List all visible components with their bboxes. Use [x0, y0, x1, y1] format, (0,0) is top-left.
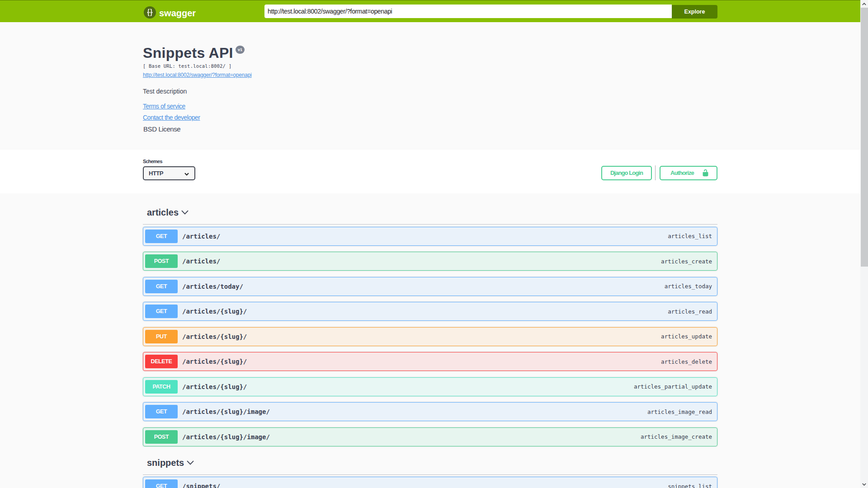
terms-of-service-link[interactable]: Terms of service: [143, 103, 185, 110]
opblock-path: /articles/{slug}/: [182, 333, 247, 340]
scrollbar-thumb[interactable]: [861, 8, 868, 267]
auth-wrapper: Django Login Authorize: [601, 165, 717, 180]
swagger-ui-page: swagger Explore Snippets API v1 [ Base U…: [0, 0, 860, 488]
schemes-label: Schemes: [143, 159, 162, 164]
method-badge-get: GET: [145, 280, 178, 293]
method-badge-get: GET: [145, 405, 178, 418]
license-text: BSD License: [143, 125, 180, 133]
opblock-operation-id: articles_update: [661, 333, 712, 340]
topbar: swagger Explore: [0, 0, 860, 22]
schemes-select[interactable]: HTTP: [143, 166, 195, 180]
method-badge-put: PUT: [145, 330, 178, 343]
method-badge-delete: DELETE: [145, 355, 178, 368]
opblock-articles_today[interactable]: GET/articles/today/articles_today: [143, 277, 717, 296]
opblock-operation-id: snippets_list: [668, 483, 712, 488]
opblock-operation-id: articles_partial_update: [634, 383, 712, 390]
opblock-operation-id: articles_today: [665, 283, 712, 290]
swagger-logo-text: swagger: [159, 8, 196, 19]
chevron-down-icon: [187, 460, 194, 465]
tag-label: snippets: [147, 457, 184, 468]
opblock-operation-id: articles_read: [668, 308, 712, 315]
opblock-articles_read[interactable]: GET/articles/{slug}/articles_read: [143, 302, 717, 321]
authorize-button[interactable]: Authorize: [660, 166, 717, 180]
chevron-down-icon: [181, 210, 189, 215]
opblock-path: /snippets/: [182, 483, 220, 488]
opblock-articles_image_read[interactable]: GET/articles/{slug}/image/articles_image…: [143, 402, 717, 421]
contact-developer-link[interactable]: Contact the developer: [143, 114, 200, 121]
method-badge-get: GET: [145, 305, 178, 318]
django-login-button[interactable]: Django Login: [601, 166, 652, 180]
opblock-articles_update[interactable]: PUT/articles/{slug}/articles_update: [143, 327, 717, 346]
opblock-path: /articles/{slug}/image/: [182, 408, 270, 415]
spec-url-input[interactable]: [264, 5, 672, 18]
operations-container: articlesGET/articles/articles_listPOST/a…: [0, 193, 860, 488]
method-badge-get: GET: [145, 479, 178, 488]
swagger-logo[interactable]: swagger: [144, 6, 196, 19]
opblock-operation-id: articles_image_create: [641, 433, 712, 440]
opblock-path: /articles/: [182, 258, 220, 265]
method-badge-patch: PATCH: [145, 380, 178, 394]
opblock-path: /articles/{slug}/: [182, 383, 247, 390]
opblock-articles_delete[interactable]: DELETE/articles/{slug}/articles_delete: [143, 352, 717, 371]
authorize-label: Authorize: [670, 169, 694, 176]
opblock-articles_image_create[interactable]: POST/articles/{slug}/image/articles_imag…: [143, 427, 717, 446]
api-title: Snippets API: [143, 46, 233, 60]
opblock-operation-id: articles_create: [661, 258, 712, 265]
opblock-path: /articles/today/: [182, 283, 243, 290]
tag-section-articles: articlesGET/articles/articles_listPOST/a…: [143, 207, 717, 446]
information-container: Snippets API v1 [ Base URL: test.local:8…: [0, 22, 860, 150]
api-description: Test description: [143, 88, 187, 95]
scrollbar-up-arrow[interactable]: [860, 0, 868, 8]
opblock-path: /articles/: [182, 233, 220, 240]
spec-link[interactable]: http://test.local:8002/swagger/?format=o…: [143, 72, 252, 78]
auth-divider: [655, 165, 656, 180]
page-scrollbar[interactable]: [860, 0, 868, 488]
opblock-operation-id: articles_delete: [661, 358, 712, 365]
version-badge: v1: [236, 46, 245, 54]
opblock-articles_create[interactable]: POST/articles/articles_create: [143, 252, 717, 271]
opblock-operation-id: articles_list: [668, 233, 712, 239]
tag-label: articles: [147, 207, 179, 218]
method-badge-post: POST: [145, 430, 178, 444]
scrollbar-down-arrow[interactable]: [860, 480, 868, 488]
download-url-form: Explore: [264, 5, 717, 19]
explore-button[interactable]: Explore: [672, 5, 717, 19]
opblock-path: /articles/{slug}/image/: [182, 433, 270, 441]
opblock-path: /articles/{slug}/: [182, 358, 247, 365]
opblock-operation-id: articles_image_read: [647, 408, 712, 415]
schemes-selected-value: HTTP: [149, 170, 163, 177]
opblock-path: /articles/{slug}/: [182, 308, 247, 315]
tag-header-snippets[interactable]: snippets: [143, 457, 717, 475]
method-badge-post: POST: [145, 254, 178, 268]
method-badge-get: GET: [145, 230, 178, 243]
opblock-articles_partial_update[interactable]: PATCH/articles/{slug}/articles_partial_u…: [143, 377, 717, 396]
opblock-articles_list[interactable]: GET/articles/articles_list: [143, 227, 717, 246]
tag-header-articles[interactable]: articles: [143, 207, 717, 225]
swagger-logo-icon: [144, 6, 156, 19]
unlock-icon: [702, 169, 709, 177]
opblock-snippets_list[interactable]: GET/snippets/snippets_list: [143, 477, 717, 488]
base-url: [ Base URL: test.local:8002/ ]: [143, 63, 231, 69]
scheme-container: Schemes HTTP Django Login Authorize: [0, 150, 860, 193]
select-caret-icon: [184, 173, 189, 176]
tag-section-snippets: snippetsGET/snippets/snippets_list: [143, 457, 717, 488]
